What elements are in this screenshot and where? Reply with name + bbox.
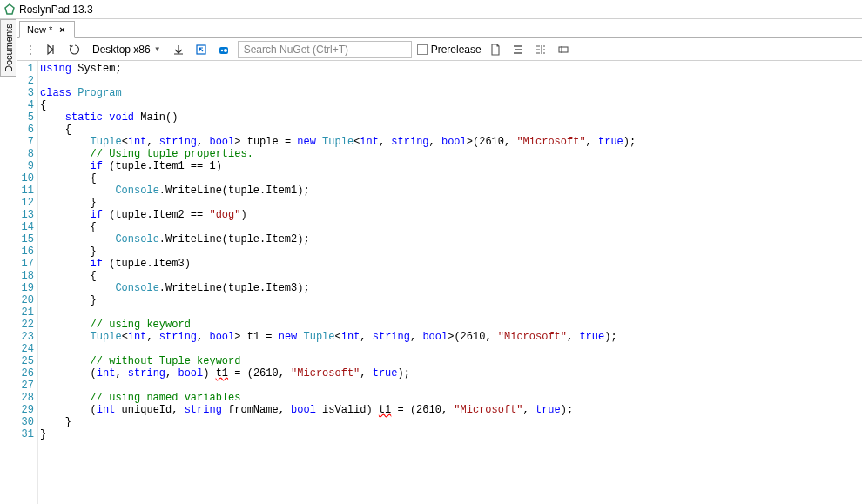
tab-label: New * xyxy=(27,24,52,35)
code-line[interactable]: Console.WriteLine(tuple.Item3); xyxy=(40,282,862,294)
line-number: 16 xyxy=(17,245,34,258)
code-line[interactable]: static void Main() xyxy=(40,111,862,124)
line-number: 17 xyxy=(17,258,34,270)
code-line[interactable]: // without Tuple keyword xyxy=(40,355,862,367)
line-number: 18 xyxy=(17,270,34,282)
code-line[interactable]: (int, string, bool) t1 = (2610, "Microso… xyxy=(40,367,862,380)
chevron-down-icon: ▼ xyxy=(154,45,161,53)
tab-new[interactable]: New * × xyxy=(19,21,75,38)
line-number: 25 xyxy=(17,355,34,367)
comment-button[interactable] xyxy=(532,41,549,58)
code-line[interactable] xyxy=(40,380,862,392)
rename-button[interactable] xyxy=(555,41,572,58)
tab-close-button[interactable]: × xyxy=(57,24,66,35)
line-number: 4 xyxy=(17,99,34,111)
line-number: 21 xyxy=(17,306,34,319)
prerelease-checkbox[interactable]: Prerelease xyxy=(417,44,482,56)
line-number: 14 xyxy=(17,221,34,233)
code-line[interactable] xyxy=(40,343,862,355)
line-number: 2 xyxy=(17,75,34,87)
code-line[interactable]: { xyxy=(40,99,862,111)
line-number: 13 xyxy=(17,209,34,221)
main-area: New * × ⋮ Desktop x86 ▼ Prerelease xyxy=(17,19,862,504)
line-number: 9 xyxy=(17,160,34,172)
line-number: 15 xyxy=(17,233,34,245)
line-number: 20 xyxy=(17,294,34,306)
code-line[interactable]: { xyxy=(40,221,862,233)
app-icon xyxy=(3,3,16,16)
line-number: 6 xyxy=(17,124,34,136)
code-line[interactable]: } xyxy=(40,245,862,258)
line-number: 10 xyxy=(17,172,34,185)
line-number: 29 xyxy=(17,404,34,416)
line-number: 30 xyxy=(17,416,34,428)
line-number: 3 xyxy=(17,87,34,99)
code-line[interactable]: } xyxy=(40,197,862,209)
checkbox-icon xyxy=(417,44,428,55)
svg-point-3 xyxy=(224,49,227,52)
code-editor[interactable]: 1234567891011121314151617181920212223242… xyxy=(17,61,862,504)
line-number: 23 xyxy=(17,331,34,343)
code-line[interactable]: using System; xyxy=(40,63,862,75)
code-line[interactable]: class Program xyxy=(40,87,862,99)
line-number: 12 xyxy=(17,197,34,209)
line-number: 28 xyxy=(17,392,34,404)
line-number: 11 xyxy=(17,185,34,197)
code-line[interactable]: // using named variables xyxy=(40,392,862,404)
code-line[interactable]: { xyxy=(40,172,862,185)
line-number: 31 xyxy=(17,428,34,440)
prerelease-label: Prerelease xyxy=(431,44,482,56)
line-number: 1 xyxy=(17,63,34,75)
code-line[interactable]: } xyxy=(40,416,862,428)
code-line[interactable]: Tuple<int, string, bool> tuple = new Tup… xyxy=(40,136,862,148)
line-number: 26 xyxy=(17,367,34,380)
nuget-search-input[interactable] xyxy=(238,41,412,58)
code-line[interactable]: { xyxy=(40,124,862,136)
line-number: 7 xyxy=(17,136,34,148)
new-document-button[interactable] xyxy=(487,41,504,58)
code-line[interactable]: { xyxy=(40,270,862,282)
code-line[interactable]: Console.WriteLine(tuple.Item2); xyxy=(40,233,862,245)
code-line[interactable] xyxy=(40,306,862,319)
open-button[interactable] xyxy=(192,41,210,58)
code-line[interactable]: // using keyword xyxy=(40,319,862,331)
svg-point-2 xyxy=(220,49,222,50)
line-number: 5 xyxy=(17,111,34,124)
line-number: 24 xyxy=(17,343,34,355)
line-number: 19 xyxy=(17,282,34,294)
platform-dropdown[interactable]: Desktop x86 ▼ xyxy=(89,42,165,57)
platform-label: Desktop x86 xyxy=(92,44,151,56)
code-line[interactable]: if (tuple.Item3) xyxy=(40,258,862,270)
line-number-gutter: 1234567891011121314151617181920212223242… xyxy=(17,61,38,504)
run-button[interactable] xyxy=(44,41,61,58)
toolbar: ⋮ Desktop x86 ▼ Prerelease xyxy=(17,38,862,61)
line-number: 8 xyxy=(17,148,34,160)
app-title: RoslynPad 13.3 xyxy=(19,3,93,16)
restart-button[interactable] xyxy=(66,41,84,58)
code-line[interactable]: if (tuple.Item1 == 1) xyxy=(40,160,862,172)
documents-panel-tab[interactable]: Documents xyxy=(0,19,16,77)
titlebar: RoslynPad 13.3 xyxy=(0,0,862,19)
format-button[interactable] xyxy=(509,41,527,58)
documents-label: Documents xyxy=(3,24,14,72)
code-content[interactable]: using System; class Program{ static void… xyxy=(38,61,862,504)
code-line[interactable]: if (tuple.Item2 == "dog") xyxy=(40,209,862,221)
code-line[interactable]: (int uniqueId, string fromName, bool isV… xyxy=(40,404,862,416)
code-line[interactable]: } xyxy=(40,428,862,440)
svg-rect-4 xyxy=(559,47,568,52)
code-line[interactable]: Tuple<int, string, bool> t1 = new Tuple<… xyxy=(40,331,862,343)
code-line[interactable]: Console.WriteLine(tuple.Item1); xyxy=(40,185,862,197)
code-line[interactable]: // Using tuple properties. xyxy=(40,148,862,160)
toolbar-grip: ⋮ xyxy=(23,43,38,57)
save-button[interactable] xyxy=(170,41,187,58)
code-line[interactable]: } xyxy=(40,294,862,306)
code-line[interactable] xyxy=(40,75,862,87)
tabstrip: New * × xyxy=(17,19,862,38)
line-number: 27 xyxy=(17,380,34,392)
nuget-button[interactable] xyxy=(215,41,232,58)
line-number: 22 xyxy=(17,319,34,331)
